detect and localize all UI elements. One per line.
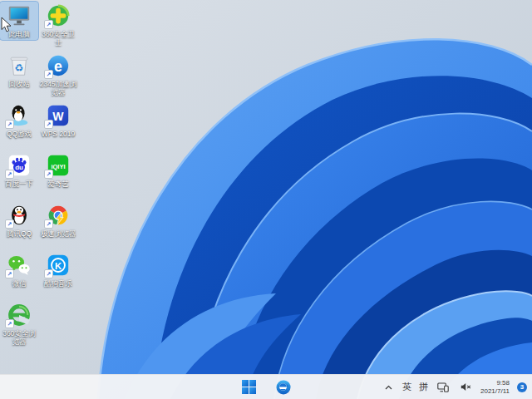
wallpaper — [0, 0, 532, 399]
desktop-icon-qq-games[interactable]: ↗ QQ游戏 — [0, 101, 38, 140]
icon-label: 微信 — [12, 279, 27, 288]
desktop-icon-baidu[interactable]: du ↗ 百度一下 — [0, 151, 38, 190]
svg-text:iQIYI: iQIYI — [51, 163, 65, 170]
chevron-up-icon — [385, 385, 392, 390]
shortcut-arrow-icon: ↗ — [44, 269, 53, 278]
icon-label: 360安全卫士 — [39, 30, 77, 47]
recycle-bin-icon: ♻ — [7, 53, 32, 78]
desktop-icon-this-pc[interactable]: 此电脑 — [0, 2, 38, 40]
svg-text:e: e — [54, 58, 62, 75]
qq-games-icon: ↗ — [7, 103, 32, 128]
desktop-icon-360-safety-guard[interactable]: ↗ 360安全卫士 — [39, 2, 77, 48]
tencent-qq-icon: ↗ — [7, 203, 32, 228]
icon-label: 酷狗音乐 — [44, 279, 72, 288]
svg-text:K: K — [55, 261, 62, 271]
desktop-icon-iqiyi[interactable]: iQIYI ↗ 爱奇艺 — [39, 151, 77, 190]
icon-label: 此电脑 — [8, 30, 30, 38]
volume-muted-icon — [461, 382, 471, 392]
desktop-icon-wps-2019[interactable]: W ↗ WPS 2019 — [39, 101, 77, 140]
icon-label: WPS 2019 — [42, 130, 76, 138]
svg-text:W: W — [52, 110, 64, 123]
speed-browser-icon: ↗ — [46, 203, 71, 228]
icon-label: 2345加速浏览器 — [39, 80, 77, 96]
taskbar-clock[interactable]: 9:58 2021/7/11 — [480, 379, 510, 395]
icon-label: 百度一下 — [5, 180, 33, 188]
desktop-icon-recycle-bin[interactable]: ♻ 回收站 — [0, 52, 38, 90]
icon-label: 腾讯QQ — [7, 229, 32, 238]
taskbar: 英 拼 9:58 2021/7/11 3 — [0, 374, 532, 399]
icon-label: 360安全浏览器 — [0, 329, 38, 346]
shortcut-arrow-icon: ↗ — [5, 120, 14, 129]
shortcut-arrow-icon: ↗ — [5, 170, 14, 179]
baidu-icon: du ↗ — [7, 153, 32, 178]
icon-label: 爱奇艺 — [47, 180, 69, 188]
wechat-icon: ↗ — [7, 253, 32, 278]
edge-icon — [275, 379, 292, 396]
svg-text:du: du — [15, 164, 23, 171]
icon-label: 极速浏览器 — [41, 229, 76, 238]
shortcut-arrow-icon: ↗ — [44, 219, 53, 229]
network-icon — [437, 382, 449, 392]
edge-browser-button[interactable] — [273, 377, 294, 397]
shortcut-arrow-icon: ↗ — [5, 269, 14, 278]
svg-text:♻: ♻ — [15, 62, 24, 74]
desktop-icon-tencent-qq[interactable]: ↗ 腾讯QQ — [0, 201, 38, 239]
shortcut-arrow-icon: ↗ — [44, 70, 53, 79]
shortcut-arrow-icon: ↗ — [5, 319, 14, 328]
kugou-music-icon: K ↗ — [46, 253, 71, 278]
desktop-icon-360-browser[interactable]: ↗ 360安全浏览器 — [0, 301, 38, 347]
ime-english-indicator[interactable]: 英 — [402, 381, 411, 393]
desktop-icon-2345-browser[interactable]: e ↗ 2345加速浏览器 — [39, 52, 77, 98]
wps-2019-icon: W ↗ — [46, 103, 71, 128]
2345-browser-icon: e ↗ — [46, 53, 71, 78]
360-safety-guard-icon: ↗ — [46, 3, 71, 28]
start-button[interactable] — [238, 377, 259, 397]
notification-badge[interactable]: 3 — [517, 382, 527, 392]
this-pc-icon — [7, 3, 32, 28]
icon-label: 回收站 — [8, 80, 30, 88]
shortcut-arrow-icon: ↗ — [44, 20, 53, 29]
windows-logo-icon — [242, 380, 256, 394]
network-button[interactable] — [436, 377, 451, 397]
desktop-icon-wechat[interactable]: ↗ 微信 — [0, 251, 38, 289]
system-tray: 英 拼 9:58 2021/7/11 3 — [382, 375, 527, 399]
desktop-icon-kugou-music[interactable]: K ↗ 酷狗音乐 — [39, 251, 77, 289]
clock-time: 9:58 — [496, 379, 510, 387]
desktop: 此电脑 ↗ 360安全卫士 ♻ 回收站 — [0, 0, 532, 399]
shortcut-arrow-icon: ↗ — [44, 120, 53, 129]
ime-pinyin-indicator[interactable]: 拼 — [419, 381, 428, 393]
tray-overflow-button[interactable] — [382, 377, 395, 397]
shortcut-arrow-icon: ↗ — [44, 170, 53, 179]
volume-button[interactable] — [458, 377, 473, 397]
clock-date: 2021/7/11 — [480, 387, 510, 396]
iqiyi-icon: iQIYI ↗ — [46, 153, 71, 178]
desktop-icon-speed-browser[interactable]: ↗ 极速浏览器 — [39, 201, 77, 239]
360-browser-icon: ↗ — [7, 303, 32, 328]
icon-label: QQ游戏 — [7, 130, 32, 138]
shortcut-arrow-icon: ↗ — [5, 219, 14, 229]
